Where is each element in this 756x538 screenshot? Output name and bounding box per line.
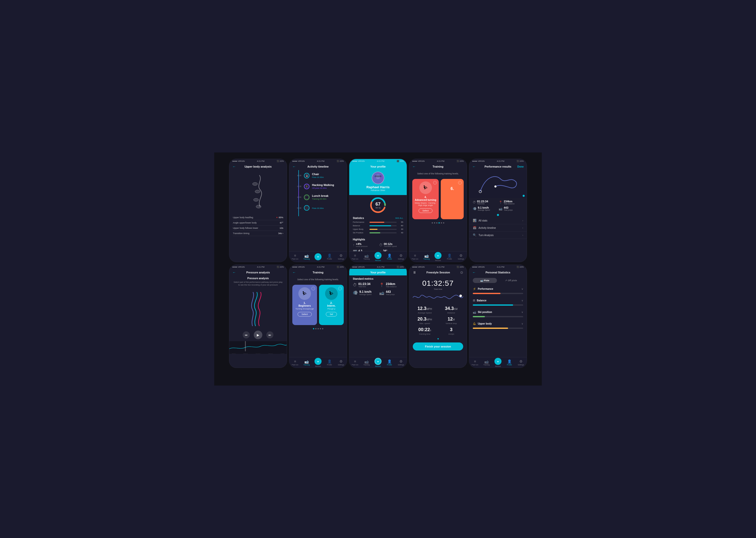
timeline-mini[interactable]: 9AM 10AM 11AM 12AM 1AM	[229, 341, 287, 354]
back-btn-6[interactable]: ←	[232, 270, 236, 274]
forward-btn[interactable]: ⏭	[266, 331, 273, 339]
record-btn-2[interactable]: ●	[314, 253, 322, 260]
perf-stat-speed-info: 9.1 km/h Avarage Speed	[478, 206, 490, 211]
nav-record-2[interactable]: ●	[312, 253, 324, 260]
nav-settings-10[interactable]: ⚙ Settings	[515, 359, 527, 366]
nav-bar-10: ← Personal Statistics	[469, 269, 527, 276]
back-btn-1[interactable]: ←	[232, 165, 236, 169]
highlight-icon-2: ⏱	[379, 243, 383, 247]
see-all-btn[interactable]: SEE ALL	[395, 217, 403, 219]
perf-list-activity[interactable]: 📅 Activity timeline ›	[469, 224, 527, 232]
select-btn-beginners[interactable]: Select	[297, 312, 311, 316]
done-btn-5[interactable]: Done	[517, 165, 524, 168]
nav-past-run-2[interactable]: ≡ Past run	[289, 253, 301, 260]
metric-row-2[interactable]: Angle upper/lower body 67°	[233, 220, 283, 226]
nav-profile-2[interactable]: 👤 Profile	[324, 253, 335, 260]
metric-row-3[interactable]: Upper body follows lower 12s	[233, 226, 283, 231]
map-area	[469, 170, 527, 198]
ski-iq-section: 67 SKI IQ	[349, 195, 407, 215]
training-card-beginners[interactable]: i ⛷ 1. Beginners Turning Snowplough Sele…	[292, 285, 317, 325]
dot-7-5	[322, 328, 323, 329]
nav-past-run-10[interactable]: ≡ Past run	[469, 359, 481, 366]
info-icon-advanced[interactable]: i	[433, 181, 437, 185]
past-run-icon-7: ≡	[294, 359, 296, 363]
metrics-list: Upper body lead/leg ▼ 65% Angle upper/lo…	[229, 213, 287, 238]
training-card-advanced[interactable]: i ⛷ 4. Advanced turning Steep Slopes · C…	[412, 179, 439, 219]
nav-training-10[interactable]: 🎿 Training	[481, 359, 492, 366]
nav-profile-8[interactable]: 👤 Profile	[384, 359, 395, 366]
session-metric-carving: 00:22s Carving time	[413, 327, 437, 335]
nav-profile-7[interactable]: 👤 Profile	[324, 359, 335, 366]
select-btn-interm[interactable]: Sel	[326, 312, 337, 316]
nav-training-7[interactable]: 🎿 Training	[301, 359, 312, 366]
nav-profile-3[interactable]: 👤 Profile	[384, 253, 395, 260]
profile-icon-10: 👤	[507, 359, 512, 363]
nav-past-run-8[interactable]: ≡ Past run	[349, 359, 361, 366]
record-btn-3[interactable]: ●	[374, 252, 382, 259]
play-btn[interactable]: ▶	[254, 331, 262, 339]
back-btn-4[interactable]: ←	[412, 165, 416, 169]
nav-past-run-4[interactable]: ≡ Past run	[409, 253, 421, 260]
nav-record-8[interactable]: ● Record	[372, 358, 384, 367]
std-metrics-content: Standard metrics ⏱ 01:23:34 Total time 📍	[349, 275, 407, 357]
training-card-interm[interactable]: i ⛷ 2. Interm. Plough p Sel	[319, 285, 344, 325]
perf-list-turn[interactable]: 🔍 Turn Analysis ›	[469, 232, 527, 239]
svg-rect-13	[245, 341, 246, 351]
nav-training-3[interactable]: 🎿 Training	[361, 253, 372, 260]
perf-val-speed: 9.1 km/h	[478, 206, 490, 209]
perf-stat-dist-info: 234km Total distance	[504, 200, 514, 205]
svg-point-2	[253, 198, 258, 201]
performance-content: ⏱ 01:23:34 Total time 📍 234km Total dist…	[469, 170, 527, 262]
nav-settings-7[interactable]: ⚙ Settings	[335, 359, 347, 366]
training-icon-10: 🎿	[484, 359, 489, 363]
nav-training-2[interactable]: 🎿 Training	[301, 253, 312, 260]
pause-icon[interactable]: ⏸	[413, 270, 416, 274]
nav-training-8[interactable]: 🎿 Training	[361, 359, 372, 366]
nav-settings-4[interactable]: ⚙ Settings	[455, 253, 467, 260]
info-icon-6[interactable]: i	[458, 181, 462, 185]
nav-training-4[interactable]: 🎿 Training	[421, 253, 432, 260]
nav-record-3[interactable]: ● Record	[372, 252, 384, 261]
perf-stat-header[interactable]: ⚡ Performance ∨	[473, 286, 523, 292]
balance-stat-header[interactable]: ⚖ Balance ∨	[473, 297, 523, 303]
back-btn-10[interactable]: ←	[472, 270, 476, 274]
finish-session-btn[interactable]: Finish your session	[413, 343, 463, 350]
rewind-btn[interactable]: ⏮	[243, 331, 250, 339]
piste-btn[interactable]: 🎿 Piste	[473, 278, 497, 283]
back-btn-2[interactable]: ←	[292, 165, 296, 169]
record-btn-10[interactable]: ●	[494, 358, 502, 365]
record-btn-4[interactable]: ●	[434, 252, 442, 259]
nav-profile-10[interactable]: 👤 Profile	[504, 359, 515, 366]
record-btn-7[interactable]: ●	[314, 358, 322, 365]
playback-controls: ⏮ ▶ ⏭	[229, 329, 287, 341]
nav-settings-2[interactable]: ⚙ Settings	[335, 253, 347, 260]
nav-settings-3[interactable]: ⚙ Settings	[395, 253, 407, 260]
timeline-content: 10:30 🚡 Chair Piste 00:30m 11:30 🚶 Hacki…	[289, 170, 347, 251]
info-icon-interm[interactable]: i	[338, 287, 342, 290]
dot-2: 🚶	[304, 184, 309, 189]
nav-settings-8[interactable]: ⚙ Settings	[395, 359, 407, 366]
offpiste-btn[interactable]: ↗ Off piste	[499, 278, 523, 283]
back-btn-7[interactable]: ←	[292, 270, 296, 274]
skipos-stat-header[interactable]: 🎿 Ski position ∨	[473, 309, 523, 315]
nav-record-4[interactable]: ● Record	[432, 252, 444, 261]
nav-past-run-3[interactable]: ≡ Past run	[349, 253, 361, 260]
profile-nav-bar: Your profile	[349, 163, 407, 170]
record-btn-8[interactable]: ●	[374, 358, 382, 365]
metric-row-1[interactable]: Upper body lead/leg ▼ 65%	[233, 215, 283, 220]
training-card-6[interactable]: i 6.	[441, 179, 464, 219]
ski-iq-label: SKI IQ	[375, 207, 381, 209]
upperbody-stat-header[interactable]: 💪 Upper body ∨	[473, 321, 523, 327]
back-btn-5[interactable]: ←	[472, 165, 476, 169]
past-run-label-8: Past run	[352, 364, 358, 366]
nav-profile-4[interactable]: 👤 Profile	[444, 253, 456, 260]
card-num-6: 6.	[451, 187, 454, 191]
settings-circle-icon[interactable]: ⊙	[460, 270, 463, 274]
info-icon-beginners[interactable]: i	[311, 287, 315, 290]
metric-row-4[interactable]: Transition timing 34s ›	[233, 231, 283, 236]
nav-past-run-7[interactable]: ≡ Past run	[289, 359, 301, 366]
perf-list-all-stats[interactable]: 📊 All stats ›	[469, 217, 527, 224]
nav-record-10[interactable]: ● Record	[492, 358, 504, 367]
card-select-advanced[interactable]: Select	[418, 208, 432, 213]
nav-record-7[interactable]: ● Record	[312, 358, 324, 367]
